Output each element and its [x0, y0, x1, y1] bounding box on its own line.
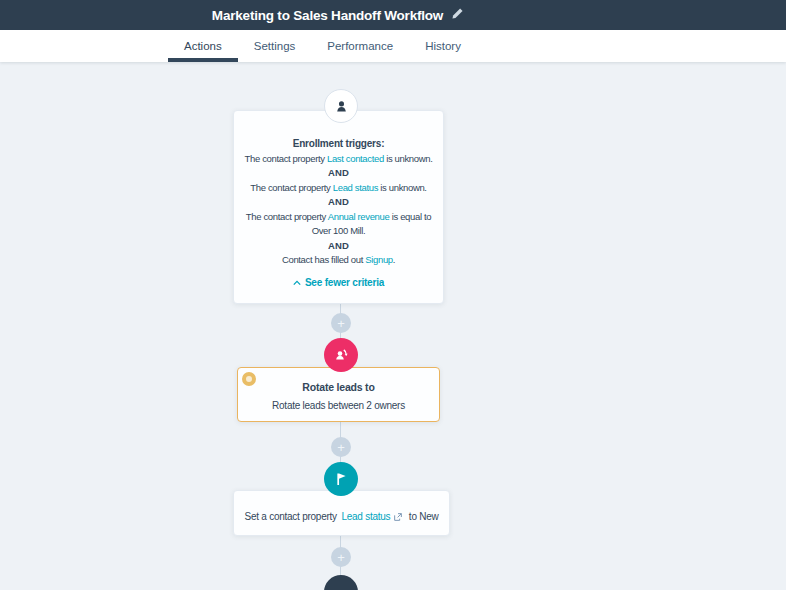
tab-history[interactable]: History	[409, 30, 477, 62]
plus-icon: +	[337, 317, 345, 330]
enrollment-triggers-card[interactable]: Enrollment triggers: The contact propert…	[233, 110, 444, 304]
edit-title-button[interactable]	[451, 6, 464, 24]
enrollment-criterion: The contact property Lead status is unkn…	[240, 181, 437, 196]
and-separator: AND	[240, 195, 437, 210]
criterion-text: The contact property	[246, 211, 328, 222]
rotate-leads-description: Rotate leads between 2 owners	[238, 400, 439, 411]
plus-icon: +	[337, 441, 345, 454]
pencil-icon	[451, 6, 464, 24]
criterion-text: Contact has filled out	[282, 254, 365, 265]
tab-actions-label: Actions	[184, 40, 222, 52]
criterion-link[interactable]: Annual revenue	[328, 211, 390, 222]
tab-actions[interactable]: Actions	[168, 30, 238, 62]
add-action-button[interactable]: +	[331, 313, 351, 333]
criterion-text: The contact property	[245, 153, 327, 164]
workflow-canvas: Enrollment triggers: The contact propert…	[0, 62, 786, 590]
set-property-link[interactable]: Lead status	[341, 511, 390, 522]
enrollment-title: Enrollment triggers:	[240, 137, 437, 152]
workflow-title-group: Marketing to Sales Handoff Workflow	[0, 0, 676, 30]
header-bar: Marketing to Sales Handoff Workflow	[0, 0, 786, 30]
tab-bar: Actions Settings Performance History	[0, 30, 786, 62]
see-fewer-label: See fewer criteria	[305, 277, 384, 288]
enrollment-criterion: Contact has filled out Signup.	[240, 253, 437, 268]
rotate-leads-title: Rotate leads to	[238, 381, 439, 393]
enrollment-criterion: The contact property Last contacted is u…	[240, 152, 437, 167]
criterion-text: .	[393, 254, 395, 265]
and-separator: AND	[240, 166, 437, 181]
set-property-text: to New	[406, 511, 438, 522]
tab-performance-label: Performance	[327, 40, 393, 52]
criterion-text: is unknown.	[384, 153, 433, 164]
rotate-leads-icon[interactable]	[324, 338, 358, 372]
set-property-text: Set a contact property	[245, 511, 340, 522]
add-action-button[interactable]: +	[331, 547, 351, 567]
action-badge-icon	[242, 372, 256, 386]
contact-icon	[324, 89, 358, 123]
chevron-up-icon	[293, 277, 301, 288]
tab-settings-label: Settings	[254, 40, 296, 52]
enrollment-criterion: The contact property Annual revenue is e…	[240, 210, 437, 239]
set-property-line: Set a contact property Lead status to Ne…	[245, 511, 439, 522]
page-title: Marketing to Sales Handoff Workflow	[212, 8, 443, 23]
criterion-link[interactable]: Lead status	[333, 182, 378, 193]
and-separator: AND	[240, 239, 437, 254]
criterion-link[interactable]: Signup	[365, 254, 392, 265]
tab-history-label: History	[425, 40, 461, 52]
plus-icon: +	[337, 551, 345, 564]
criterion-text: The contact property	[250, 182, 332, 193]
set-property-card[interactable]: Set a contact property Lead status to Ne…	[233, 490, 450, 536]
criterion-text: is unknown.	[378, 182, 427, 193]
tab-settings[interactable]: Settings	[238, 30, 312, 62]
see-fewer-criteria-link[interactable]: See fewer criteria	[293, 277, 384, 288]
flag-icon[interactable]	[324, 462, 358, 496]
rotate-leads-card[interactable]: Rotate leads to Rotate leads between 2 o…	[237, 367, 440, 422]
tab-performance[interactable]: Performance	[311, 30, 409, 62]
external-link-icon	[393, 512, 403, 522]
criterion-link[interactable]: Last contacted	[327, 153, 384, 164]
workflow-end-icon	[324, 575, 358, 590]
add-action-button[interactable]: +	[331, 437, 351, 457]
